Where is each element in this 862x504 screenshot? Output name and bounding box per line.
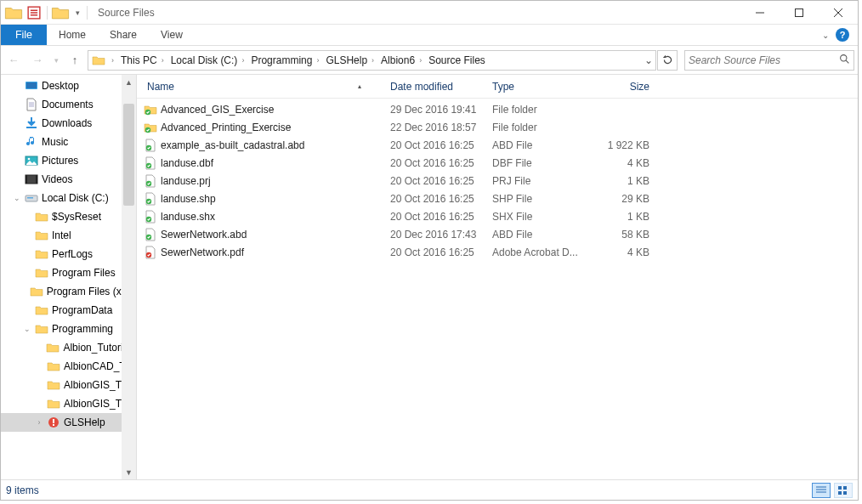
tree-item[interactable]: PerfLogs (1, 245, 136, 263)
tree-item-label: Desktop (42, 80, 79, 92)
file-tab[interactable]: File (1, 25, 47, 45)
tree-item[interactable]: ›GLSHelp (1, 413, 136, 432)
details-view-button[interactable] (812, 483, 831, 498)
search-icon[interactable] (839, 54, 850, 67)
file-row[interactable]: Advanced_Printing_Exercise22 Dec 2016 18… (137, 118, 858, 136)
tree-item[interactable]: Videos (1, 170, 136, 189)
back-button[interactable]: ← (3, 49, 25, 71)
tree-item[interactable]: Documents (1, 95, 136, 114)
file-row[interactable]: landuse.prj20 Oct 2016 16:25PRJ File1 KB (137, 172, 858, 190)
tree-expand-icon[interactable]: ⌄ (23, 325, 31, 333)
svg-rect-4 (26, 82, 37, 88)
crumb-this-pc[interactable]: This PC› (117, 51, 167, 70)
crumb-albion6[interactable]: Albion6› (377, 51, 425, 70)
properties-icon[interactable] (25, 3, 43, 22)
search-box[interactable] (684, 50, 854, 71)
tree-expand-icon[interactable]: ⌄ (13, 194, 21, 202)
view-switcher (812, 483, 853, 498)
tree-expand-icon[interactable]: › (35, 418, 43, 427)
file-icon (144, 246, 159, 259)
tree-item[interactable]: AlbionGIS_Tra (1, 376, 136, 394)
search-input[interactable] (689, 54, 839, 66)
file-row[interactable]: landuse.dbf20 Oct 2016 16:25DBF File4 KB (137, 154, 858, 172)
picture-icon (25, 154, 38, 167)
tree-item[interactable]: Intel (1, 226, 136, 245)
crumb-source-files[interactable]: Source Files (425, 51, 489, 70)
tree-item-label: PerfLogs (52, 248, 93, 260)
video-icon (25, 173, 38, 186)
crumb-glshelp[interactable]: GLSHelp› (322, 51, 377, 70)
ribbon-collapse-icon[interactable]: ⌄ (822, 31, 829, 40)
tree-scrollbar[interactable]: ▲ ▼ (122, 75, 136, 479)
tree-item[interactable]: AlbionCAD_T (1, 357, 136, 376)
close-button[interactable] (819, 1, 858, 25)
file-type: Adobe Acrobat D... (489, 246, 591, 258)
tree-item[interactable]: $SysReset (1, 207, 136, 226)
tree-item-label: Programming (52, 323, 113, 335)
minimize-button[interactable] (740, 1, 780, 25)
tree-item-label: AlbionCAD_T (64, 360, 126, 372)
svg-rect-11 (53, 419, 54, 423)
folder-qat-icon[interactable] (51, 3, 70, 22)
qat-dropdown-icon[interactable]: ▾ (71, 3, 83, 22)
tree-item[interactable]: Program Files (1, 263, 136, 282)
file-type: ABD File (489, 139, 591, 151)
crumb-local-disk[interactable]: Local Disk (C:)› (167, 51, 248, 70)
address-dropdown-icon[interactable]: ⌄ (640, 51, 655, 70)
column-size[interactable]: Size (591, 75, 655, 98)
body: DesktopDocumentsDownloadsMusicPicturesVi… (1, 75, 858, 479)
file-name: landuse.prj (159, 175, 387, 187)
file-row[interactable]: SewerNetwork.abd20 Dec 2016 17:43ABD Fil… (137, 225, 858, 243)
file-row[interactable]: landuse.shp20 Oct 2016 16:25SHP File29 K… (137, 190, 858, 207)
tree-item[interactable]: Program Files (x86) (1, 282, 136, 301)
scroll-up-icon[interactable]: ▲ (122, 75, 136, 89)
tree-item-label: GLSHelp (64, 416, 105, 428)
crumb-programming[interactable]: Programming› (247, 51, 322, 70)
file-type: DBF File (489, 157, 591, 169)
column-name[interactable]: Name▴ (144, 75, 387, 98)
scroll-thumb[interactable] (123, 104, 134, 206)
help-icon[interactable]: ? (836, 28, 849, 42)
tree-item[interactable]: ProgramData (1, 301, 136, 320)
tree-item[interactable]: ⌄Local Disk (C:) (1, 189, 136, 207)
doc-icon (25, 98, 38, 111)
refresh-button[interactable] (657, 50, 678, 71)
tree-item-label: Documents (42, 99, 94, 110)
tree-item[interactable]: AlbionGIS_Tu (1, 394, 136, 413)
maximize-button[interactable] (780, 1, 819, 25)
chevron-right-icon[interactable]: › (109, 56, 114, 65)
column-date[interactable]: Date modified (387, 75, 489, 98)
share-tab[interactable]: Share (98, 25, 149, 45)
history-dropdown-icon[interactable]: ▾ (50, 49, 62, 71)
forward-button[interactable]: → (26, 49, 48, 71)
file-date: 22 Dec 2016 18:57 (387, 122, 489, 133)
file-type: ABD File (489, 229, 591, 241)
svg-rect-25 (843, 491, 847, 495)
navigation-pane: DesktopDocumentsDownloadsMusicPicturesVi… (1, 75, 137, 479)
folder-icon (47, 378, 60, 392)
tree-item[interactable]: Albion_Tutorials (1, 338, 136, 357)
view-tab[interactable]: View (149, 25, 195, 45)
file-size: 29 KB (591, 193, 655, 205)
file-name: example_as-built_cadastral.abd (159, 139, 387, 151)
icons-view-button[interactable] (834, 483, 853, 498)
home-tab[interactable]: Home (47, 25, 98, 45)
file-icon (144, 174, 159, 188)
up-button[interactable]: ↑ (64, 49, 86, 71)
tree-item-label: Pictures (42, 155, 78, 167)
tree-item[interactable]: Pictures (1, 151, 136, 170)
file-row[interactable]: example_as-built_cadastral.abd20 Oct 201… (137, 136, 858, 154)
tree-item[interactable]: Desktop (1, 76, 136, 95)
file-row[interactable]: Advanced_GIS_Exercise29 Dec 2016 19:41Fi… (137, 100, 858, 118)
tree-item-label: Music (42, 136, 68, 148)
nav-bar: ← → ▾ ↑ › This PC› Local Disk (C:)› Prog… (1, 46, 858, 75)
file-date: 20 Oct 2016 16:25 (387, 211, 489, 223)
column-type[interactable]: Type (489, 75, 591, 98)
tree-item[interactable]: Downloads (1, 114, 136, 133)
tree-item[interactable]: ⌄Programming (1, 320, 136, 338)
file-row[interactable]: SewerNetwork.pdf20 Oct 2016 16:25Adobe A… (137, 243, 858, 261)
breadcrumb[interactable]: › This PC› Local Disk (C:)› Programming›… (88, 50, 656, 71)
file-row[interactable]: landuse.shx20 Oct 2016 16:25SHX File1 KB (137, 207, 858, 225)
tree-item[interactable]: Music (1, 133, 136, 151)
scroll-down-icon[interactable]: ▼ (122, 465, 136, 479)
